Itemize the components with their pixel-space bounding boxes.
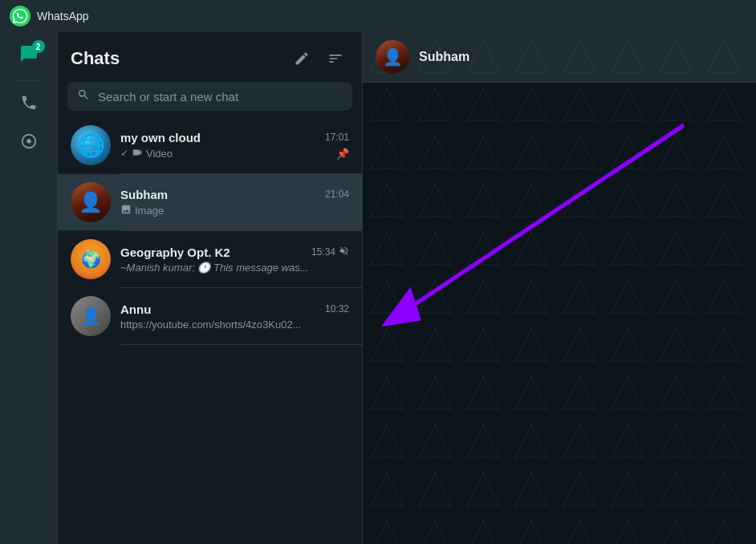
main-layout: 2 Chats bbox=[0, 32, 756, 544]
chat-divider bbox=[120, 344, 362, 345]
check-icon: ✓ bbox=[120, 148, 128, 159]
new-chat-button[interactable] bbox=[288, 45, 315, 72]
chat-content: Annu 10:32 https://youtube.com/shorts/4z… bbox=[120, 302, 349, 331]
chat-top: my own cloud 17:01 bbox=[120, 131, 349, 144]
chat-preview: Image bbox=[120, 204, 349, 217]
chats-heading: Chats bbox=[71, 48, 120, 69]
chat-time: 17:01 bbox=[325, 132, 349, 143]
svg-point-2 bbox=[26, 139, 31, 144]
header-icons bbox=[288, 45, 349, 72]
list-item[interactable]: 👤 Subham 21:04 Image bbox=[58, 174, 362, 230]
list-item[interactable]: 🌐 my own cloud 17:01 ✓ Video 📌 bbox=[58, 117, 362, 173]
chat-preview: https://youtube.com/shorts/4zo3Ku02... bbox=[120, 319, 349, 331]
chat-name: Annu bbox=[120, 302, 151, 316]
filter-button[interactable] bbox=[322, 45, 349, 72]
avatar: 👤 bbox=[71, 182, 111, 222]
search-icon bbox=[77, 88, 90, 104]
search-bar bbox=[67, 82, 352, 111]
chat-content: Subham 21:04 Image bbox=[120, 188, 349, 217]
avatar: 👤 bbox=[71, 296, 111, 336]
icon-rail: 2 bbox=[0, 32, 58, 544]
chat-panel-header: Chats bbox=[58, 32, 362, 79]
chat-time: 10:32 bbox=[325, 303, 349, 315]
avatar: 🌐 bbox=[71, 125, 111, 165]
sidebar-item-status[interactable] bbox=[11, 126, 47, 161]
avatar-image-cloud: 🌐 bbox=[71, 125, 111, 165]
app-title: WhatsApp bbox=[37, 10, 89, 22]
titlebar: WhatsApp bbox=[0, 0, 756, 32]
preview-text: Image bbox=[135, 205, 164, 217]
chat-name: my own cloud bbox=[120, 131, 201, 144]
chat-panel: Chats bbox=[58, 32, 363, 544]
image-icon bbox=[120, 204, 132, 217]
avatar: 🌍 bbox=[71, 239, 111, 279]
chat-top: Annu 10:32 bbox=[120, 302, 349, 316]
mute-icon bbox=[339, 246, 349, 258]
pin-icon: 📌 bbox=[336, 148, 349, 160]
chat-name: Geography Opt. K2 bbox=[120, 246, 230, 259]
chat-content: my own cloud 17:01 ✓ Video 📌 bbox=[120, 131, 349, 160]
avatar-image-geo: 🌍 bbox=[71, 239, 111, 279]
list-item[interactable]: 🌍 Geography Opt. K2 15:34 ~Manish kum bbox=[58, 231, 362, 287]
rail-divider bbox=[14, 80, 43, 81]
preview-text: ~Manish kumar: 🕐 This message was... bbox=[120, 262, 309, 274]
chat-list: 🌐 my own cloud 17:01 ✓ Video 📌 bbox=[58, 117, 362, 544]
avatar-image-subham: 👤 bbox=[71, 182, 111, 222]
preview-text: https://youtube.com/shorts/4zo3Ku02... bbox=[120, 319, 301, 331]
search-input[interactable] bbox=[98, 90, 343, 104]
chat-top: Geography Opt. K2 15:34 bbox=[120, 246, 349, 259]
preview-text: Video bbox=[146, 148, 173, 160]
chat-content: Geography Opt. K2 15:34 ~Manish kumar: 🕐… bbox=[120, 246, 349, 274]
chat-preview: ✓ Video 📌 bbox=[120, 147, 349, 160]
chats-badge: 2 bbox=[32, 40, 45, 53]
background-pattern bbox=[363, 32, 756, 544]
chat-time: 21:04 bbox=[325, 189, 349, 200]
avatar-image-annu: 👤 bbox=[71, 296, 111, 336]
sidebar-item-chats[interactable]: 2 bbox=[11, 39, 47, 74]
right-panel: 👤 Subham bbox=[363, 32, 756, 544]
chat-name: Subham bbox=[120, 188, 168, 201]
chat-preview: ~Manish kumar: 🕐 This message was... bbox=[120, 262, 349, 274]
chat-top: Subham 21:04 bbox=[120, 188, 349, 201]
calls-icon bbox=[20, 94, 38, 116]
list-item[interactable]: 👤 Annu 10:32 https://youtube.com/shorts/… bbox=[58, 288, 362, 344]
chat-time: 15:34 bbox=[311, 246, 335, 258]
status-icon bbox=[20, 132, 38, 155]
sidebar-item-calls[interactable] bbox=[11, 87, 47, 123]
whatsapp-logo-icon bbox=[10, 6, 30, 26]
video-icon bbox=[132, 147, 143, 160]
